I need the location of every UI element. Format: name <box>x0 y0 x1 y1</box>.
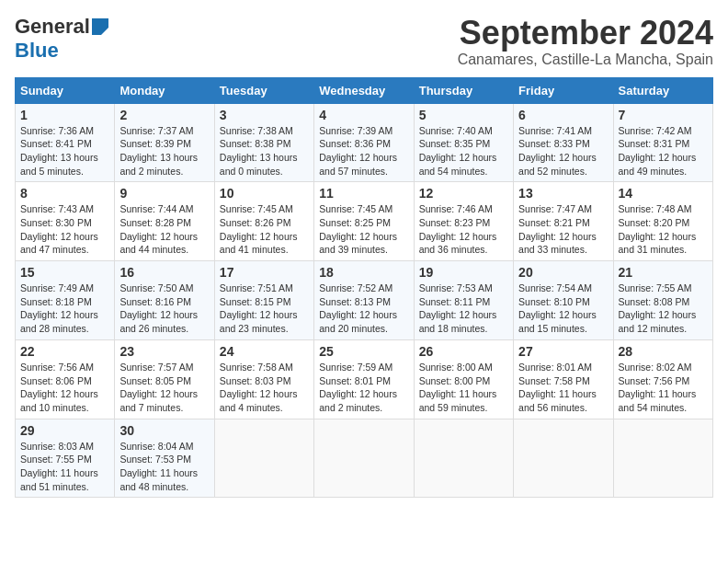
day-number: 1 <box>20 108 109 122</box>
day-info: Sunrise: 7:38 AM Sunset: 8:38 PM Dayligh… <box>220 124 309 178</box>
calendar-cell: 1Sunrise: 7:36 AM Sunset: 8:41 PM Daylig… <box>16 103 115 182</box>
calendar-cell: 27Sunrise: 8:01 AM Sunset: 7:58 PM Dayli… <box>514 339 613 419</box>
day-number: 4 <box>319 108 408 122</box>
day-info: Sunrise: 7:55 AM Sunset: 8:08 PM Dayligh… <box>619 282 708 336</box>
title-block: September 2024 Canamares, Castille-La Ma… <box>458 15 713 68</box>
calendar-cell: 30Sunrise: 8:04 AM Sunset: 7:53 PM Dayli… <box>115 419 214 498</box>
day-number: 23 <box>119 344 209 359</box>
day-number: 16 <box>119 265 209 280</box>
day-number: 21 <box>619 265 708 280</box>
day-info: Sunrise: 7:54 AM Sunset: 8:10 PM Dayligh… <box>518 282 608 336</box>
calendar-week-row: 15Sunrise: 7:49 AM Sunset: 8:18 PM Dayli… <box>16 261 713 340</box>
calendar-cell: 19Sunrise: 7:53 AM Sunset: 8:11 PM Dayli… <box>414 261 513 340</box>
day-info: Sunrise: 8:04 AM Sunset: 7:53 PM Dayligh… <box>119 440 209 494</box>
day-info: Sunrise: 7:59 AM Sunset: 8:01 PM Dayligh… <box>319 361 408 415</box>
calendar-header-row: SundayMondayTuesdayWednesdayThursdayFrid… <box>16 77 713 103</box>
calendar-week-row: 8Sunrise: 7:43 AM Sunset: 8:30 PM Daylig… <box>16 182 713 261</box>
day-number: 26 <box>419 344 508 359</box>
day-number: 18 <box>319 265 408 280</box>
day-info: Sunrise: 7:53 AM Sunset: 8:11 PM Dayligh… <box>419 282 508 336</box>
day-number: 20 <box>518 265 608 280</box>
calendar-cell: 5Sunrise: 7:40 AM Sunset: 8:35 PM Daylig… <box>414 103 513 182</box>
page-header: General Blue September 2024 Canamares, C… <box>15 15 713 68</box>
day-info: Sunrise: 7:47 AM Sunset: 8:21 PM Dayligh… <box>518 202 608 257</box>
day-info: Sunrise: 7:51 AM Sunset: 8:15 PM Dayligh… <box>220 282 309 336</box>
calendar-cell <box>314 419 414 498</box>
calendar-cell: 12Sunrise: 7:46 AM Sunset: 8:23 PM Dayli… <box>414 182 513 261</box>
calendar-cell: 23Sunrise: 7:57 AM Sunset: 8:05 PM Dayli… <box>115 339 214 419</box>
logo-blue-text: Blue <box>15 39 59 62</box>
day-info: Sunrise: 7:40 AM Sunset: 8:35 PM Dayligh… <box>419 124 508 178</box>
day-number: 24 <box>220 344 309 359</box>
calendar-cell: 13Sunrise: 7:47 AM Sunset: 8:21 PM Dayli… <box>514 182 613 261</box>
calendar-week-row: 29Sunrise: 8:03 AM Sunset: 7:55 PM Dayli… <box>16 419 713 498</box>
day-info: Sunrise: 7:44 AM Sunset: 8:28 PM Dayligh… <box>119 202 209 257</box>
day-info: Sunrise: 7:42 AM Sunset: 8:31 PM Dayligh… <box>619 124 708 178</box>
day-info: Sunrise: 7:56 AM Sunset: 8:06 PM Dayligh… <box>20 361 109 415</box>
day-number: 25 <box>319 344 408 359</box>
column-header-wednesday: Wednesday <box>314 77 414 103</box>
day-number: 28 <box>619 344 708 359</box>
day-number: 30 <box>119 423 209 438</box>
day-info: Sunrise: 7:43 AM Sunset: 8:30 PM Dayligh… <box>20 202 109 257</box>
logo-general-text: General <box>15 15 90 39</box>
calendar-cell: 26Sunrise: 8:00 AM Sunset: 8:00 PM Dayli… <box>414 339 513 419</box>
day-info: Sunrise: 7:46 AM Sunset: 8:23 PM Dayligh… <box>419 202 508 257</box>
day-info: Sunrise: 8:02 AM Sunset: 7:56 PM Dayligh… <box>619 361 708 415</box>
day-info: Sunrise: 7:45 AM Sunset: 8:26 PM Dayligh… <box>220 202 309 257</box>
calendar-cell: 20Sunrise: 7:54 AM Sunset: 8:10 PM Dayli… <box>514 261 613 340</box>
calendar-cell: 9Sunrise: 7:44 AM Sunset: 8:28 PM Daylig… <box>115 182 214 261</box>
column-header-sunday: Sunday <box>16 77 115 103</box>
column-header-saturday: Saturday <box>613 77 712 103</box>
day-info: Sunrise: 8:00 AM Sunset: 8:00 PM Dayligh… <box>419 361 508 415</box>
calendar-week-row: 1Sunrise: 7:36 AM Sunset: 8:41 PM Daylig… <box>16 103 713 182</box>
day-number: 7 <box>619 108 708 122</box>
day-number: 14 <box>619 186 708 201</box>
day-info: Sunrise: 7:52 AM Sunset: 8:13 PM Dayligh… <box>319 282 408 336</box>
day-info: Sunrise: 7:39 AM Sunset: 8:36 PM Dayligh… <box>319 124 408 178</box>
day-info: Sunrise: 7:41 AM Sunset: 8:33 PM Dayligh… <box>518 124 608 178</box>
calendar-cell: 4Sunrise: 7:39 AM Sunset: 8:36 PM Daylig… <box>314 103 414 182</box>
day-number: 17 <box>220 265 309 280</box>
calendar-table: SundayMondayTuesdayWednesdayThursdayFrid… <box>15 77 713 499</box>
calendar-cell: 16Sunrise: 7:50 AM Sunset: 8:16 PM Dayli… <box>115 261 214 340</box>
day-info: Sunrise: 7:50 AM Sunset: 8:16 PM Dayligh… <box>119 282 209 336</box>
calendar-cell: 10Sunrise: 7:45 AM Sunset: 8:26 PM Dayli… <box>214 182 313 261</box>
day-number: 27 <box>518 344 608 359</box>
day-number: 22 <box>20 344 109 359</box>
calendar-cell: 28Sunrise: 8:02 AM Sunset: 7:56 PM Dayli… <box>613 339 712 419</box>
day-number: 12 <box>419 186 508 201</box>
logo: General Blue <box>15 15 108 63</box>
day-number: 29 <box>20 423 109 438</box>
day-info: Sunrise: 7:37 AM Sunset: 8:39 PM Dayligh… <box>119 124 209 178</box>
calendar-cell: 15Sunrise: 7:49 AM Sunset: 8:18 PM Dayli… <box>16 261 115 340</box>
location-text: Canamares, Castille-La Mancha, Spain <box>458 52 713 68</box>
calendar-cell: 25Sunrise: 7:59 AM Sunset: 8:01 PM Dayli… <box>314 339 414 419</box>
calendar-cell: 6Sunrise: 7:41 AM Sunset: 8:33 PM Daylig… <box>514 103 613 182</box>
day-info: Sunrise: 7:58 AM Sunset: 8:03 PM Dayligh… <box>220 361 309 415</box>
calendar-cell: 8Sunrise: 7:43 AM Sunset: 8:30 PM Daylig… <box>16 182 115 261</box>
calendar-cell <box>613 419 712 498</box>
day-number: 10 <box>220 186 309 201</box>
calendar-cell: 2Sunrise: 7:37 AM Sunset: 8:39 PM Daylig… <box>115 103 214 182</box>
column-header-friday: Friday <box>514 77 613 103</box>
day-info: Sunrise: 8:01 AM Sunset: 7:58 PM Dayligh… <box>518 361 608 415</box>
calendar-week-row: 22Sunrise: 7:56 AM Sunset: 8:06 PM Dayli… <box>16 339 713 419</box>
day-number: 5 <box>419 108 508 122</box>
calendar-cell: 24Sunrise: 7:58 AM Sunset: 8:03 PM Dayli… <box>214 339 313 419</box>
calendar-cell: 29Sunrise: 8:03 AM Sunset: 7:55 PM Dayli… <box>16 419 115 498</box>
svg-marker-0 <box>92 18 108 35</box>
calendar-cell <box>414 419 513 498</box>
calendar-cell: 18Sunrise: 7:52 AM Sunset: 8:13 PM Dayli… <box>314 261 414 340</box>
day-number: 11 <box>319 186 408 201</box>
column-header-tuesday: Tuesday <box>214 77 313 103</box>
column-header-monday: Monday <box>115 77 214 103</box>
logo-icon <box>92 18 108 35</box>
calendar-cell: 11Sunrise: 7:45 AM Sunset: 8:25 PM Dayli… <box>314 182 414 261</box>
month-title: September 2024 <box>458 15 713 52</box>
day-number: 15 <box>20 265 109 280</box>
calendar-cell: 14Sunrise: 7:48 AM Sunset: 8:20 PM Dayli… <box>613 182 712 261</box>
day-number: 9 <box>119 186 209 201</box>
day-number: 6 <box>518 108 608 122</box>
day-number: 8 <box>20 186 109 201</box>
